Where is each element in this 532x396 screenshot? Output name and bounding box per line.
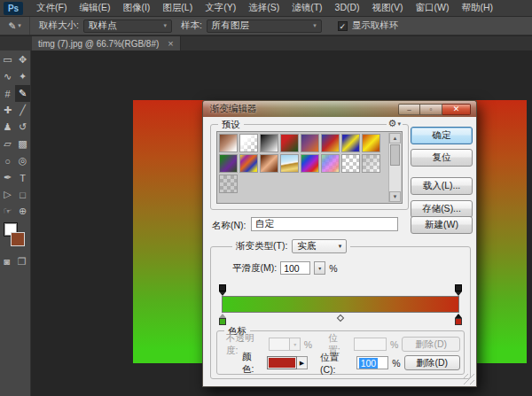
scroll-up-icon[interactable]: ▲ bbox=[389, 133, 401, 144]
presets-menu-button[interactable]: ⚙ ▾ bbox=[387, 118, 403, 129]
menu-item[interactable]: 选择(S) bbox=[242, 2, 286, 14]
dialog-title: 渐变编辑器 bbox=[210, 103, 257, 115]
blur-tool[interactable]: ○ bbox=[0, 152, 15, 169]
menu-item[interactable]: 文字(Y) bbox=[199, 2, 242, 14]
color-flyout-icon[interactable]: ▶ bbox=[297, 356, 308, 369]
preset-gray-transparent[interactable] bbox=[219, 175, 238, 193]
opacity-stop-row: 不透明度: ▾ % 位置: % 删除(D) bbox=[221, 337, 460, 352]
menu-item[interactable]: 图层(L) bbox=[156, 2, 199, 14]
document-tab-bar: timg (7).jpg @ 66.7%(RGB/8#) × bbox=[0, 36, 532, 50]
reset-button[interactable]: 复位 bbox=[411, 149, 473, 167]
tools-grid: ▭✥∿✦#✎✚╱♟↺▱▩○◎✒T▷□☞⊕ bbox=[0, 50, 30, 220]
save-button[interactable]: 存储(S)... bbox=[411, 200, 473, 218]
gradient-preview-bar[interactable] bbox=[222, 296, 459, 313]
preset-copper[interactable] bbox=[260, 154, 278, 173]
gradient-midpoint-marker[interactable] bbox=[337, 314, 344, 322]
document-tab[interactable]: timg (7).jpg @ 66.7%(RGB/8#) × bbox=[32, 36, 181, 50]
maximize-button[interactable]: ▫ bbox=[420, 104, 442, 115]
menu-item[interactable]: 滤镜(T) bbox=[286, 2, 328, 14]
type-tool[interactable]: T bbox=[15, 169, 30, 186]
preset-transparent-rainbow[interactable] bbox=[321, 154, 340, 173]
lasso-tool[interactable]: ∿ bbox=[0, 68, 15, 85]
path-selection-tool[interactable]: ▷ bbox=[0, 186, 15, 203]
minimize-button[interactable]: – bbox=[398, 104, 420, 115]
menu-item[interactable]: 编辑(E) bbox=[73, 2, 116, 14]
show-ring-checkbox[interactable]: ✓ bbox=[338, 21, 348, 31]
show-ring-label: 显示取样环 bbox=[352, 19, 399, 32]
load-button[interactable]: 载入(L)... bbox=[411, 177, 473, 195]
menu-item[interactable]: 3D(D) bbox=[329, 2, 366, 14]
preset-foreground-to-background[interactable] bbox=[219, 134, 238, 152]
gradient-settings-group: 渐变类型(T): 实底 ▾ 平滑度(M): 100 ▾ % bbox=[210, 246, 471, 379]
smoothness-slider-button[interactable]: ▾ bbox=[314, 261, 325, 275]
zoom-tool[interactable]: ⊕ bbox=[15, 203, 30, 220]
healing-brush-tool[interactable]: ✚ bbox=[0, 102, 15, 119]
name-input[interactable]: 自定 bbox=[251, 217, 398, 231]
preset-green-purple[interactable] bbox=[219, 154, 238, 173]
menu-item[interactable]: 窗口(W) bbox=[410, 2, 456, 14]
close-icon[interactable]: × bbox=[168, 39, 173, 48]
active-tool-slot[interactable]: ✎ ▾ bbox=[0, 17, 30, 35]
background-color-swatch[interactable] bbox=[11, 232, 25, 246]
opacity-stop-right[interactable] bbox=[454, 284, 463, 296]
preset-spectrum-stripes[interactable] bbox=[239, 154, 258, 173]
preset-blue-red-yellow[interactable] bbox=[321, 134, 340, 152]
sample-dropdown[interactable]: 所有图层 ▾ bbox=[207, 19, 322, 33]
crop-tool[interactable]: # bbox=[0, 85, 15, 102]
rectangular-marquee-tool[interactable]: ▭ bbox=[0, 51, 15, 68]
clone-stamp-tool[interactable]: ♟ bbox=[0, 119, 15, 136]
close-button[interactable]: ✕ bbox=[442, 104, 471, 115]
hand-tool[interactable]: ☞ bbox=[0, 203, 15, 220]
menu-item[interactable]: 图像(I) bbox=[116, 2, 156, 14]
preset-neutral-fade[interactable] bbox=[362, 154, 380, 173]
history-brush-tool[interactable]: ↺ bbox=[15, 119, 30, 136]
menu-item[interactable]: 帮助(H) bbox=[456, 2, 500, 14]
quick-mask-icon[interactable]: ◙ bbox=[4, 256, 10, 268]
screen-mode-icon[interactable]: ❐ bbox=[18, 256, 27, 268]
preset-blue-yellow-blue[interactable] bbox=[341, 134, 360, 152]
presets-panel: ▲ ▼ bbox=[216, 131, 403, 204]
gradient-tool[interactable]: ▩ bbox=[15, 136, 30, 152]
menu-item[interactable]: 视图(V) bbox=[366, 2, 410, 14]
window-buttons: – ▫ ✕ bbox=[398, 104, 471, 115]
dialog-titlebar[interactable]: 渐变编辑器 – ▫ ✕ bbox=[202, 100, 477, 117]
color-position-label: 位置(C): bbox=[320, 352, 351, 375]
preset-orange-yellow-orange[interactable] bbox=[362, 134, 380, 152]
preset-rainbow[interactable] bbox=[301, 154, 319, 173]
preset-chrome[interactable] bbox=[280, 154, 299, 173]
chevron-down-icon: ▾ bbox=[156, 22, 167, 29]
gradient-type-value: 实底 bbox=[297, 240, 316, 252]
eyedropper-tool[interactable]: ✎ bbox=[15, 85, 30, 102]
dodge-tool[interactable]: ◎ bbox=[15, 152, 30, 169]
delete-color-stop-button[interactable]: 删除(D) bbox=[404, 355, 460, 370]
ok-button[interactable]: 确定 bbox=[411, 127, 473, 144]
preset-foreground-to-transparent[interactable] bbox=[239, 134, 258, 152]
scrollbar-thumb[interactable] bbox=[390, 144, 400, 166]
preset-black-white[interactable] bbox=[260, 134, 278, 152]
eyedropper-icon: ✎ bbox=[8, 20, 16, 31]
color-position-input[interactable]: 100 bbox=[356, 356, 389, 369]
sample-size-dropdown[interactable]: 取样点 ▾ bbox=[83, 19, 172, 33]
stop-color-swatch[interactable] bbox=[267, 356, 297, 369]
photoshop-window: Ps 文件(F)编辑(E)图像(I)图层(L)文字(Y)选择(S)滤镜(T)3D… bbox=[0, 0, 532, 396]
eraser-tool[interactable]: ▱ bbox=[0, 136, 15, 152]
smoothness-input[interactable]: 100 bbox=[280, 261, 310, 275]
brush-tool[interactable]: ╱ bbox=[15, 102, 30, 119]
opacity-stop-left[interactable] bbox=[218, 284, 227, 296]
move-tool[interactable]: ✥ bbox=[15, 51, 30, 68]
presets-scrollbar[interactable]: ▲ ▼ bbox=[388, 133, 401, 202]
menu-item[interactable]: 文件(F) bbox=[30, 2, 73, 14]
new-button[interactable]: 新建(W) bbox=[411, 216, 473, 234]
preset-transparent[interactable] bbox=[341, 154, 360, 173]
color-stop-left[interactable] bbox=[218, 314, 227, 325]
resize-grip[interactable] bbox=[464, 374, 474, 384]
shape-tool[interactable]: □ bbox=[15, 186, 30, 203]
scroll-down-icon[interactable]: ▼ bbox=[389, 191, 401, 202]
quick-selection-tool[interactable]: ✦ bbox=[15, 68, 30, 85]
gradient-preview-area bbox=[218, 284, 463, 329]
preset-violet-orange[interactable] bbox=[301, 134, 319, 152]
pen-tool[interactable]: ✒ bbox=[0, 169, 15, 186]
preset-red-green[interactable] bbox=[280, 134, 299, 152]
color-stop-right[interactable] bbox=[454, 314, 463, 325]
gradient-type-dropdown[interactable]: 实底 ▾ bbox=[292, 239, 347, 253]
